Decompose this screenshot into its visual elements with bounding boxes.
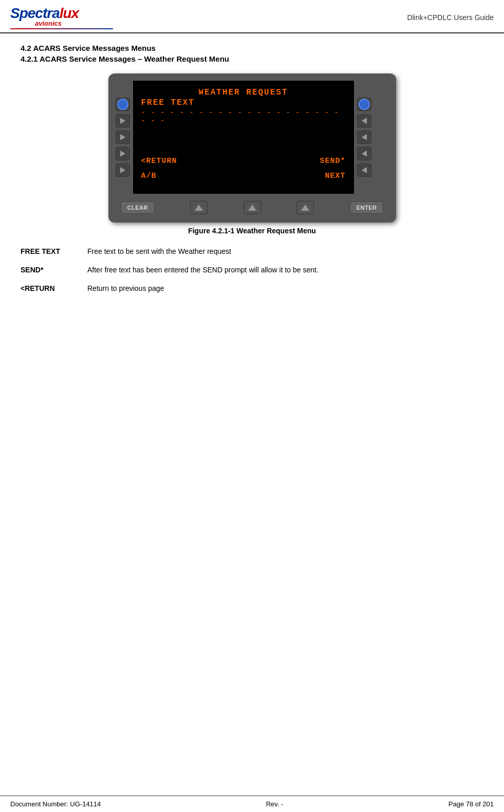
- arrow-right-icon: [120, 118, 125, 124]
- screen-dashes: - - - - - - - - - - - - - - - - - - - - …: [141, 108, 346, 125]
- circle-icon: [359, 99, 370, 110]
- screen-empty-1: [141, 133, 346, 142]
- screen-free-text: FREE TEXT: [141, 98, 346, 107]
- device-top-row: WEATHER REQUEST FREE TEXT - - - - - - - …: [116, 81, 389, 194]
- logo-line: [10, 28, 113, 29]
- screen-options-row-1: <RETURN SEND*: [141, 157, 346, 165]
- document-title: Dlink+CPDLC Users Guide: [407, 13, 494, 22]
- arrow-right-icon: [120, 134, 125, 140]
- clear-button[interactable]: CLEAR: [121, 201, 155, 214]
- enter-button[interactable]: ENTER: [350, 201, 384, 214]
- rev-number: Rev. -: [266, 800, 284, 808]
- section-heading-1: 4.2 ACARS Service Messages Menus: [21, 44, 483, 52]
- left-btn-4[interactable]: [116, 163, 130, 177]
- left-btn-1[interactable]: [116, 114, 130, 127]
- scroll-up-btn-3[interactable]: [296, 201, 314, 214]
- page-number: Page 78 of 201: [449, 800, 494, 808]
- circle-icon: [117, 99, 128, 110]
- next-option: NEXT: [325, 172, 345, 180]
- term-send: SEND*: [21, 266, 87, 274]
- send-option: SEND*: [320, 157, 345, 165]
- term-free-text: FREE TEXT: [21, 247, 87, 255]
- device-screen: WEATHER REQUEST FREE TEXT - - - - - - - …: [133, 81, 354, 194]
- screen-options-row-2: A/B NEXT: [141, 172, 346, 180]
- logo-lux: lux: [60, 5, 79, 21]
- company-logo: Spectralux avionics: [10, 5, 113, 29]
- descriptions-table: FREE TEXT Free text to be sent with the …: [21, 247, 483, 292]
- arrow-left-icon: [362, 134, 367, 140]
- arrow-up-icon: [195, 205, 203, 211]
- right-btn-4[interactable]: [357, 163, 371, 177]
- term-return: <RETURN: [21, 284, 87, 292]
- def-send: After free text has been entered the SEN…: [87, 266, 483, 274]
- right-btn-2[interactable]: [357, 131, 371, 144]
- arrow-up-icon: [248, 205, 256, 211]
- device-illustration: WEATHER REQUEST FREE TEXT - - - - - - - …: [21, 73, 483, 223]
- avionics-device: WEATHER REQUEST FREE TEXT - - - - - - - …: [108, 73, 396, 223]
- left-btn-2[interactable]: [116, 131, 130, 144]
- section-heading-2: 4.2.1 ACARS Service Messages – Weather R…: [21, 54, 483, 63]
- logo-spectra: Spectra: [10, 5, 60, 21]
- def-return: Return to previous page: [87, 284, 483, 292]
- desc-row-free-text: FREE TEXT Free text to be sent with the …: [21, 247, 483, 255]
- logo-avionics: avionics: [35, 20, 62, 27]
- arrow-left-icon: [362, 167, 367, 173]
- return-option: <RETURN: [141, 157, 177, 165]
- left-btn-3[interactable]: [116, 147, 130, 160]
- desc-row-return: <RETURN Return to previous page: [21, 284, 483, 292]
- scroll-up-btn-1[interactable]: [190, 201, 208, 214]
- left-side-buttons: [116, 98, 130, 177]
- right-btn-1[interactable]: [357, 114, 371, 127]
- def-free-text: Free text to be sent with the Weather re…: [87, 247, 483, 255]
- figure-caption: Figure 4.2.1-1 Weather Request Menu: [21, 227, 483, 235]
- ab-option: A/B: [141, 172, 157, 180]
- right-btn-circle-top[interactable]: [357, 98, 371, 111]
- device-bottom-row: CLEAR ENTER: [116, 201, 389, 214]
- arrow-left-icon: [362, 118, 367, 124]
- page-footer: Document Number: UG-14114 Rev. - Page 78…: [0, 796, 504, 812]
- arrow-right-icon: [120, 151, 125, 157]
- desc-row-send: SEND* After free text has been entered t…: [21, 266, 483, 274]
- page-header: Spectralux avionics Dlink+CPDLC Users Gu…: [0, 0, 504, 33]
- right-btn-3[interactable]: [357, 147, 371, 160]
- scroll-up-btn-2[interactable]: [244, 201, 261, 214]
- screen-empty-2: [141, 142, 346, 152]
- arrow-right-icon: [120, 167, 125, 173]
- screen-title: WEATHER REQUEST: [141, 88, 346, 97]
- right-side-buttons: [357, 98, 371, 177]
- doc-number: Document Number: UG-14114: [10, 800, 101, 808]
- left-btn-circle-top[interactable]: [116, 98, 130, 111]
- arrow-up-icon: [301, 205, 309, 211]
- arrow-left-icon: [362, 151, 367, 157]
- page-content: 4.2 ACARS Service Messages Menus 4.2.1 A…: [0, 33, 504, 313]
